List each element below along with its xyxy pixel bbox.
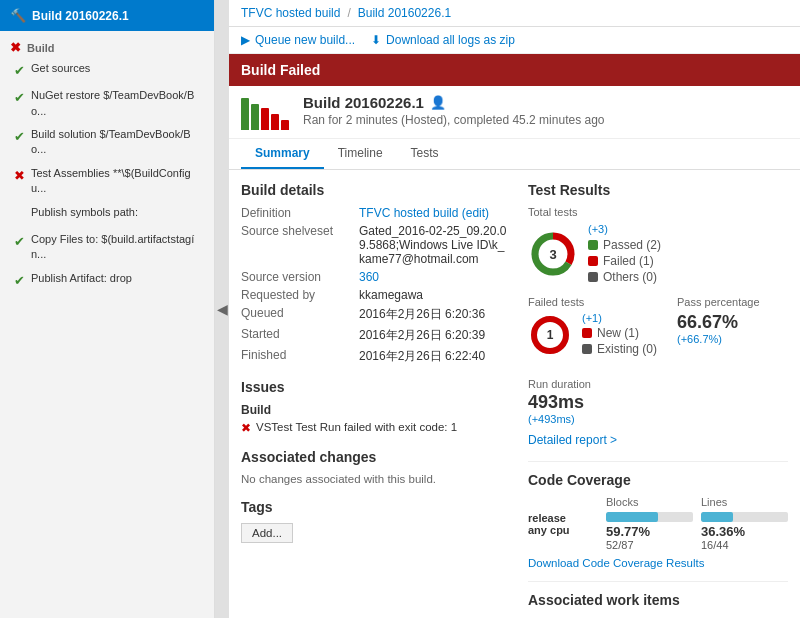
tab-tests[interactable]: Tests xyxy=(397,139,453,169)
pass-pct-col: Pass percentage 66.67% (+66.7%) xyxy=(677,296,760,345)
total-tests-stats: (+3) Passed (2) Failed (1) Others ( xyxy=(588,222,661,286)
failed-dot xyxy=(588,256,598,266)
tab-tests-label: Tests xyxy=(411,146,439,160)
others-dot xyxy=(588,272,598,282)
build-banner-text: Build Failed xyxy=(241,62,320,78)
build-details-title: Build details xyxy=(241,182,508,198)
sidebar-header[interactable]: 🔨 Build 20160226.1 xyxy=(0,0,214,31)
success-icon: ✔ xyxy=(14,272,25,290)
changes-text: No changes associated with this build. xyxy=(241,473,508,485)
add-tag-button[interactable]: Add... xyxy=(241,523,293,543)
sidebar-build-section[interactable]: ✖ Build xyxy=(0,35,214,57)
sidebar-item-get-sources[interactable]: ✔ Get sources xyxy=(0,57,214,84)
total-tests-row: 3 (+3) Passed (2) Failed (1) xyxy=(528,222,788,286)
coverage-row-label: release any cpu xyxy=(528,512,598,536)
detail-value-shelveset: Gated_2016-02-25_09.20.09.5868;Windows L… xyxy=(359,224,508,266)
existing-label: Existing (0) xyxy=(597,342,657,356)
download-logs-label: Download all logs as zip xyxy=(386,33,515,47)
failed-donut: 1 xyxy=(528,313,572,357)
detail-label-definition: Definition xyxy=(241,206,351,220)
total-count-label: 3 xyxy=(549,247,556,262)
tabs: Summary Timeline Tests xyxy=(229,139,800,170)
coverage-table: Blocks Lines release any cpu 59.77% xyxy=(528,496,788,551)
blocks-frac: 52/87 xyxy=(606,539,693,551)
work-items-section: Associated work items No associated work… xyxy=(528,581,788,618)
issues-title: Issues xyxy=(241,379,508,395)
sidebar-item-nuget[interactable]: ✔ NuGet restore $/TeamDevBook/Bo... xyxy=(0,84,214,123)
run-duration-label: Run duration xyxy=(528,378,788,390)
sidebar-item-test-assemblies[interactable]: ✖ Test Assemblies **\$(BuildConfigu... xyxy=(0,162,214,201)
success-icon: ✔ xyxy=(14,233,25,251)
build-chart xyxy=(241,94,289,130)
detail-row-finished: Finished 2016年2月26日 6:22:40 xyxy=(241,348,508,365)
detailed-report-link[interactable]: Detailed report > xyxy=(528,433,788,447)
sidebar-item-label: Test Assemblies **\$(BuildConfigu... xyxy=(31,166,204,197)
lines-fill xyxy=(701,512,733,522)
tags-section: Tags Add... xyxy=(241,499,508,543)
sidebar-item-publish-artifact[interactable]: ✔ Publish Artifact: drop xyxy=(0,267,214,294)
failed-stat: Failed (1) xyxy=(588,254,661,268)
passed-label: Passed (2) xyxy=(603,238,661,252)
chart-bar-1 xyxy=(241,98,249,130)
sidebar-item-publish-symbols[interactable]: ✔ Publish symbols path: xyxy=(0,201,214,228)
collapse-icon: ◀ xyxy=(217,301,228,317)
sidebar-collapse-toggle[interactable]: ◀ xyxy=(215,0,229,618)
passed-stat: Passed (2) xyxy=(588,238,661,252)
detail-label-queued: Queued xyxy=(241,306,351,323)
total-tests-label: Total tests xyxy=(528,206,788,218)
tab-timeline[interactable]: Timeline xyxy=(324,139,397,169)
download-icon: ⬇ xyxy=(371,33,381,47)
issue-item: ✖ VSTest Test Run failed with exit code:… xyxy=(241,421,508,435)
blocks-pct: 59.77% xyxy=(606,524,693,539)
lines-col: 36.36% 16/44 xyxy=(701,512,788,551)
existing-dot xyxy=(582,344,592,354)
breadcrumb-link2[interactable]: Build 20160226.1 xyxy=(358,6,451,20)
tab-summary[interactable]: Summary xyxy=(241,139,324,169)
others-label: Others (0) xyxy=(603,270,657,284)
duration-delta: (+493ms) xyxy=(528,413,788,425)
sidebar-section: ✖ Build ✔ Get sources ✔ NuGet restore $/… xyxy=(0,31,214,298)
failed-pass-row: Failed tests 1 (+1) xyxy=(528,296,788,368)
blocks-fill xyxy=(606,512,658,522)
chart-bar-2 xyxy=(251,104,259,130)
detail-value-definition: TFVC hosted build (edit) xyxy=(359,206,508,220)
queue-icon: ▶ xyxy=(241,33,250,47)
queue-new-build-button[interactable]: ▶ Queue new build... xyxy=(241,33,355,47)
chart-bar-4 xyxy=(271,114,279,130)
tags-title: Tags xyxy=(241,499,508,515)
lines-frac: 16/44 xyxy=(701,539,788,551)
sidebar-item-copy-files[interactable]: ✔ Copy Files to: $(build.artifactstagín.… xyxy=(0,228,214,267)
spacer-icon: ✔ xyxy=(14,206,25,224)
topbar: TFVC hosted build / Build 20160226.1 xyxy=(229,0,800,27)
failed-label: Failed (1) xyxy=(603,254,654,268)
detail-row-started: Started 2016年2月26日 6:20:39 xyxy=(241,327,508,344)
download-logs-button[interactable]: ⬇ Download all logs as zip xyxy=(371,33,515,47)
detail-row-source-version: Source version 360 xyxy=(241,270,508,284)
total-delta: (+3) xyxy=(588,222,661,236)
pass-pct-label: Pass percentage xyxy=(677,296,760,308)
build-header: Build 20160226.1 👤 Ran for 2 minutes (Ho… xyxy=(229,86,800,139)
blocks-header: Blocks xyxy=(606,496,693,508)
run-duration-section: Run duration 493ms (+493ms) xyxy=(528,378,788,425)
lines-progress xyxy=(701,512,788,522)
coverage-data: release any cpu 59.77% 52/87 xyxy=(528,512,788,551)
definition-link[interactable]: TFVC hosted build (edit) xyxy=(359,206,489,220)
blocks-progress xyxy=(606,512,693,522)
failed-tests-info: (+1) New (1) Existing (0) xyxy=(582,312,657,358)
download-coverage-link[interactable]: Download Code Coverage Results xyxy=(528,557,788,569)
source-version-link[interactable]: 360 xyxy=(359,270,379,284)
detail-row-requested-by: Requested by kkamegawa xyxy=(241,288,508,302)
success-icon: ✔ xyxy=(14,62,25,80)
sidebar-item-build-solution[interactable]: ✔ Build solution $/TeamDevBook/Bo... xyxy=(0,123,214,162)
build-failed-banner: Build Failed xyxy=(229,54,800,86)
chart-bar-3 xyxy=(261,108,269,130)
sidebar-item-label: NuGet restore $/TeamDevBook/Bo... xyxy=(31,88,204,119)
failed-count-label: 1 xyxy=(547,328,554,342)
breadcrumb-link1[interactable]: TFVC hosted build xyxy=(241,6,340,20)
detail-row-definition: Definition TFVC hosted build (edit) xyxy=(241,206,508,220)
others-stat: Others (0) xyxy=(588,270,661,284)
test-results-title: Test Results xyxy=(528,182,788,198)
tab-summary-label: Summary xyxy=(255,146,310,160)
chart-bar-5 xyxy=(281,120,289,130)
detail-label-requested-by: Requested by xyxy=(241,288,351,302)
